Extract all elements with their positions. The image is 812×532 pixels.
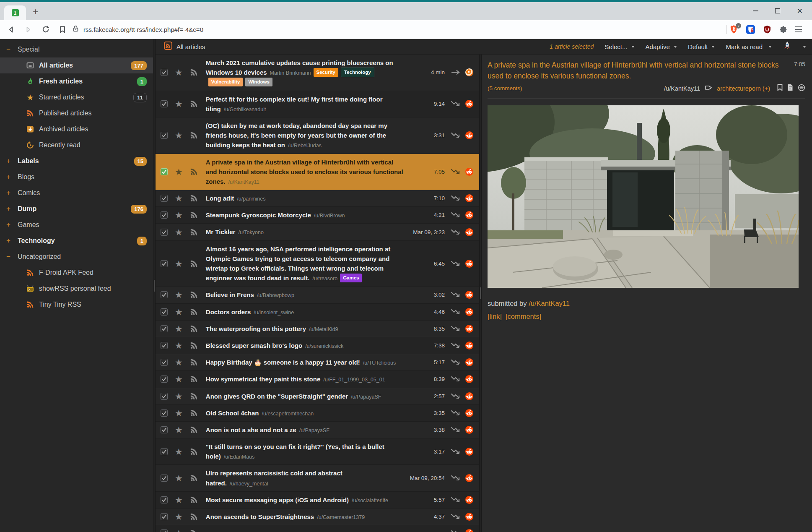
article-checkbox[interactable] xyxy=(161,393,168,400)
submitted-by-user-link[interactable]: /u/KantKay11 xyxy=(529,300,570,307)
article-author[interactable]: /u/KantKay11 xyxy=(228,179,259,185)
article-checkbox[interactable] xyxy=(161,448,168,455)
article-row[interactable]: ★Old School 4chan/u/escapefromthechan3:3… xyxy=(156,405,479,422)
sort-order-dropdown[interactable]: Default xyxy=(688,43,715,50)
article-row[interactable]: ★Most secure messaging apps (iOS and And… xyxy=(156,492,479,509)
article-tag[interactable]: Windows xyxy=(245,78,272,86)
article-author[interactable]: /u/socialafterlife xyxy=(352,498,388,503)
star-icon[interactable]: ★ xyxy=(175,68,183,77)
expander-icon[interactable]: + xyxy=(6,173,18,181)
sidebar-item-starred-articles[interactable]: ★Starred articles11 xyxy=(0,89,153,105)
article-author[interactable]: /u/MetalKid9 xyxy=(309,326,338,332)
star-icon[interactable]: ★ xyxy=(175,211,183,219)
article-checkbox[interactable] xyxy=(161,529,168,532)
star-icon[interactable]: ★ xyxy=(175,341,183,350)
article-title[interactable]: Doctors orders xyxy=(206,308,251,316)
article-tag[interactable]: Security xyxy=(314,68,338,77)
article-row[interactable]: ★The waterproofing on this pottery/u/Met… xyxy=(156,321,479,337)
article-checkbox[interactable] xyxy=(161,496,168,503)
article-author[interactable]: /u/surenickissick xyxy=(305,343,343,349)
sidebar-item-all-articles[interactable]: All articles177 xyxy=(0,57,153,73)
article-checkbox[interactable] xyxy=(161,359,168,366)
article-author[interactable]: /u/treasoro xyxy=(312,276,337,282)
sidebar-item-published-articles[interactable]: Published articles xyxy=(0,105,153,121)
article-row[interactable]: ★Steampunk Gyroscopic Motorcycle/u/BlvdB… xyxy=(156,207,479,224)
bitwarden-icon[interactable] xyxy=(746,25,755,34)
publish-bookmark-icon[interactable] xyxy=(777,84,783,93)
article-checkbox[interactable] xyxy=(161,475,168,482)
expander-icon[interactable]: + xyxy=(6,237,18,245)
expander-icon[interactable]: − xyxy=(6,253,18,261)
article-author[interactable]: /u/RebelJudas xyxy=(288,143,322,149)
article-author[interactable]: /u/BlvdBrown xyxy=(314,213,345,219)
sidebar-category-technology[interactable]: +Technology1 xyxy=(0,233,153,249)
article-row[interactable]: ★Doctors orders/u/insolent_swine4:46 xyxy=(156,304,479,321)
article-checkbox[interactable] xyxy=(161,513,168,520)
edit-note-icon[interactable] xyxy=(787,84,793,93)
comments-link-bottom[interactable]: [comments] xyxy=(506,313,541,321)
article-row[interactable]: ★Happy Birthday 🎂 someone is a happy 11 … xyxy=(156,354,479,371)
star-icon[interactable]: ★ xyxy=(175,167,183,176)
extensions-puzzle-icon[interactable] xyxy=(779,26,787,34)
article-author[interactable]: /u/TUTelicious xyxy=(363,360,396,366)
sidebar-category-games[interactable]: +Games xyxy=(0,217,153,233)
article-row[interactable]: ★A private spa in the Austrian village o… xyxy=(156,154,479,190)
article-checkbox[interactable] xyxy=(161,195,168,202)
article-photo[interactable] xyxy=(488,105,799,288)
article-author[interactable]: /u/PapayaSF xyxy=(299,428,329,433)
article-row[interactable]: ★Believe in Frens/u/Babowpbowp3:02 xyxy=(156,287,479,303)
article-row[interactable]: ★Perfect fit for this complex tile cut! … xyxy=(156,91,479,117)
reload-icon[interactable] xyxy=(42,26,49,33)
article-row[interactable]: ★Blessed super smash bro's logo/u/sureni… xyxy=(156,337,479,354)
article-author[interactable]: /u/FF_01_1999_03_05_01 xyxy=(323,377,385,383)
article-tag-link[interactable]: architectureporn (+) xyxy=(717,85,770,92)
star-icon[interactable]: ★ xyxy=(175,392,183,401)
external-link-icon[interactable] xyxy=(798,84,805,93)
article-row[interactable]: ★March 2021 cumulative updates cause pri… xyxy=(156,55,479,91)
article-row[interactable]: ★ xyxy=(156,525,479,532)
sidebar-category-labels[interactable]: +Labels15 xyxy=(0,153,153,169)
expander-icon[interactable]: + xyxy=(6,189,18,197)
url-text[interactable]: rss.fakecake.org/tt-rss/index.php#f=-4&c… xyxy=(83,26,203,33)
article-title[interactable]: Old School 4chan xyxy=(206,409,259,417)
article-row[interactable]: ★Anon gives QRD on the "SuperStraight" g… xyxy=(156,388,479,405)
sidebar-item-archived-articles[interactable]: Archived articles xyxy=(0,121,153,137)
star-icon[interactable]: ★ xyxy=(175,194,183,203)
article-checkbox[interactable] xyxy=(161,168,168,175)
ttrss-logo-icon[interactable] xyxy=(783,41,792,52)
article-checkbox[interactable] xyxy=(161,229,168,236)
actions-menu-icon[interactable] xyxy=(803,46,806,48)
sidebar-category-comics[interactable]: +Comics xyxy=(0,185,153,201)
article-tag[interactable]: Games xyxy=(340,274,362,282)
article-author[interactable]: /u/haevy_mental xyxy=(230,481,268,487)
star-icon[interactable]: ★ xyxy=(175,99,183,108)
article-row[interactable]: ★Mr Tickler/u/TokyonoMar 09, 3:23 xyxy=(156,224,479,240)
sidebar-feed-tiny-tiny-rss[interactable]: Tiny Tiny RSS xyxy=(0,297,153,313)
article-checkbox[interactable] xyxy=(161,409,168,417)
bookmark-icon[interactable] xyxy=(60,26,65,33)
star-icon[interactable]: ★ xyxy=(175,259,183,268)
view-mode-dropdown[interactable]: Adaptive xyxy=(646,43,677,50)
article-title[interactable]: Almost 16 years ago, NSA performed intel… xyxy=(206,245,390,282)
article-title[interactable]: Most secure messaging apps (iOS and Andr… xyxy=(206,496,349,503)
expander-icon[interactable]: + xyxy=(6,221,18,229)
star-icon[interactable]: ★ xyxy=(175,512,183,521)
minimize-button[interactable] xyxy=(753,10,758,11)
sidebar-category-uncategorized[interactable]: −Uncategorized xyxy=(0,249,153,265)
article-checkbox[interactable] xyxy=(161,426,168,433)
article-author[interactable]: /u/KantKay11 xyxy=(664,85,700,92)
sidebar-splitter[interactable] xyxy=(153,39,156,532)
star-icon[interactable]: ★ xyxy=(175,474,183,482)
article-row[interactable]: ★(OC) taken by me at work today, abandon… xyxy=(156,117,479,154)
article-row[interactable]: ★Long adit/u/panmines7:10 xyxy=(156,190,479,207)
sidebar-item-fresh-articles[interactable]: Fresh articles1 xyxy=(0,73,153,89)
comments-link[interactable]: (5 comments) xyxy=(488,85,522,91)
article-tag[interactable]: Technology xyxy=(341,68,374,77)
article-row[interactable]: ★Almost 16 years ago, NSA performed inte… xyxy=(156,241,479,287)
close-button[interactable]: ✕ xyxy=(797,8,803,15)
article-author[interactable]: /u/insolent_swine xyxy=(254,310,294,316)
star-icon[interactable]: ★ xyxy=(175,375,183,383)
article-title[interactable]: Anon gives QRD on the "SuperStraight" ge… xyxy=(206,393,348,400)
sidebar-section-special[interactable]: − Special xyxy=(0,42,153,57)
article-title[interactable]: Ulro represents narcissistic cold and ab… xyxy=(206,469,342,486)
